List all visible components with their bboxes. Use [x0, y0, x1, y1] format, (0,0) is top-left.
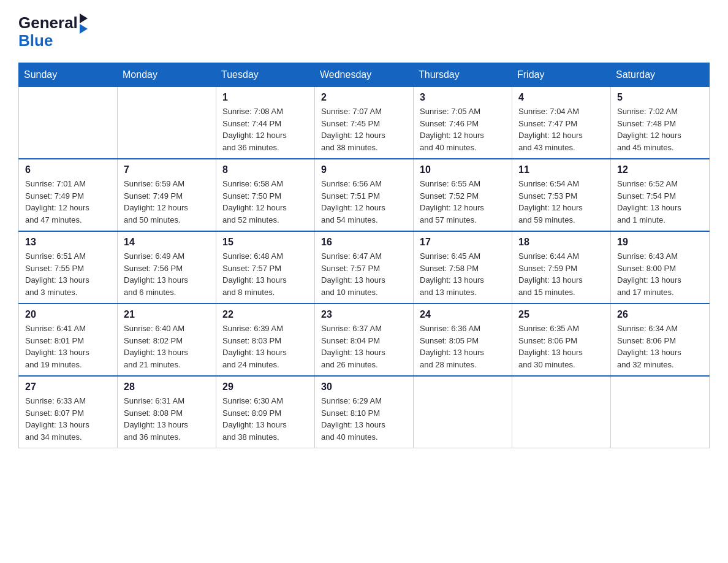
day-number: 4 [518, 92, 604, 103]
day-number: 6 [25, 164, 111, 175]
day-info: Sunrise: 7:07 AMSunset: 7:45 PMDaylight:… [321, 105, 407, 153]
calendar-day-cell: 4Sunrise: 7:04 AMSunset: 7:47 PMDaylight… [512, 87, 611, 159]
day-number: 20 [25, 309, 111, 320]
day-info: Sunrise: 6:36 AMSunset: 8:05 PMDaylight:… [420, 323, 506, 370]
calendar-table: SundayMondayTuesdayWednesdayThursdayFrid… [18, 63, 710, 448]
calendar-day-cell: 5Sunrise: 7:02 AMSunset: 7:48 PMDaylight… [611, 87, 710, 159]
day-number: 19 [617, 237, 703, 248]
calendar-day-cell: 28Sunrise: 6:31 AMSunset: 8:08 PMDayligh… [118, 376, 216, 448]
day-info: Sunrise: 7:01 AMSunset: 7:49 PMDaylight:… [25, 178, 111, 226]
day-number: 8 [222, 164, 308, 175]
calendar-day-cell: 12Sunrise: 6:52 AMSunset: 7:54 PMDayligh… [611, 159, 710, 231]
day-info: Sunrise: 6:44 AMSunset: 7:59 PMDaylight:… [518, 250, 604, 298]
day-number: 14 [124, 237, 210, 248]
day-info: Sunrise: 6:37 AMSunset: 8:04 PMDaylight:… [321, 323, 407, 370]
day-info: Sunrise: 6:49 AMSunset: 7:56 PMDaylight:… [124, 250, 210, 298]
day-number: 21 [124, 309, 210, 320]
day-info: Sunrise: 7:08 AMSunset: 7:44 PMDaylight:… [222, 105, 308, 153]
calendar-day-cell: 2Sunrise: 7:07 AMSunset: 7:45 PMDaylight… [315, 87, 414, 159]
calendar-week-row: 6Sunrise: 7:01 AMSunset: 7:49 PMDaylight… [19, 159, 710, 231]
calendar-day-header: Sunday [19, 63, 118, 87]
day-number: 11 [518, 164, 604, 175]
calendar-day-cell: 3Sunrise: 7:05 AMSunset: 7:46 PMDaylight… [414, 87, 512, 159]
calendar-day-cell: 23Sunrise: 6:37 AMSunset: 8:04 PMDayligh… [315, 304, 414, 376]
logo: General Blue [18, 12, 88, 50]
day-info: Sunrise: 7:02 AMSunset: 7:48 PMDaylight:… [617, 105, 703, 153]
day-info: Sunrise: 6:56 AMSunset: 7:51 PMDaylight:… [321, 178, 407, 226]
calendar-day-cell: 26Sunrise: 6:34 AMSunset: 8:06 PMDayligh… [611, 304, 710, 376]
day-number: 17 [420, 237, 506, 248]
day-number: 23 [321, 309, 407, 320]
day-info: Sunrise: 6:58 AMSunset: 7:50 PMDaylight:… [222, 178, 308, 226]
calendar-week-row: 27Sunrise: 6:33 AMSunset: 8:07 PMDayligh… [19, 376, 710, 448]
day-info: Sunrise: 6:52 AMSunset: 7:54 PMDaylight:… [617, 178, 703, 226]
day-info: Sunrise: 6:30 AMSunset: 8:09 PMDaylight:… [222, 395, 308, 443]
logo-icon: General Blue [18, 12, 88, 50]
calendar-day-cell: 17Sunrise: 6:45 AMSunset: 7:58 PMDayligh… [414, 231, 512, 304]
calendar-day-cell: 29Sunrise: 6:30 AMSunset: 8:09 PMDayligh… [216, 376, 315, 448]
day-info: Sunrise: 7:05 AMSunset: 7:46 PMDaylight:… [420, 105, 506, 153]
day-info: Sunrise: 6:51 AMSunset: 7:55 PMDaylight:… [25, 250, 111, 298]
day-number: 24 [420, 309, 506, 320]
day-info: Sunrise: 6:48 AMSunset: 7:57 PMDaylight:… [222, 250, 308, 298]
calendar-day-cell: 13Sunrise: 6:51 AMSunset: 7:55 PMDayligh… [19, 231, 118, 304]
day-info: Sunrise: 6:41 AMSunset: 8:01 PMDaylight:… [25, 323, 111, 370]
day-number: 18 [518, 237, 604, 248]
day-info: Sunrise: 6:39 AMSunset: 8:03 PMDaylight:… [222, 323, 308, 370]
calendar-day-cell [512, 376, 611, 448]
day-number: 29 [222, 381, 308, 393]
day-number: 10 [420, 164, 506, 175]
day-number: 28 [124, 381, 210, 393]
day-number: 1 [222, 92, 308, 103]
calendar-day-header: Wednesday [315, 63, 414, 87]
calendar-day-cell [118, 87, 216, 159]
calendar-day-header: Thursday [414, 63, 512, 87]
calendar-day-cell: 18Sunrise: 6:44 AMSunset: 7:59 PMDayligh… [512, 231, 611, 304]
day-info: Sunrise: 6:29 AMSunset: 8:10 PMDaylight:… [321, 395, 407, 443]
calendar-week-row: 1Sunrise: 7:08 AMSunset: 7:44 PMDaylight… [19, 87, 710, 159]
calendar-week-row: 20Sunrise: 6:41 AMSunset: 8:01 PMDayligh… [19, 304, 710, 376]
day-number: 3 [420, 92, 506, 103]
calendar-day-header: Friday [512, 63, 611, 87]
calendar-day-cell: 10Sunrise: 6:55 AMSunset: 7:52 PMDayligh… [414, 159, 512, 231]
day-info: Sunrise: 6:55 AMSunset: 7:52 PMDaylight:… [420, 178, 506, 226]
day-info: Sunrise: 6:33 AMSunset: 8:07 PMDaylight:… [25, 395, 111, 443]
calendar-day-header: Saturday [611, 63, 710, 87]
day-info: Sunrise: 6:35 AMSunset: 8:06 PMDaylight:… [518, 323, 604, 370]
calendar-day-cell: 7Sunrise: 6:59 AMSunset: 7:49 PMDaylight… [118, 159, 216, 231]
calendar-day-cell: 15Sunrise: 6:48 AMSunset: 7:57 PMDayligh… [216, 231, 315, 304]
day-number: 7 [124, 164, 210, 175]
day-info: Sunrise: 6:31 AMSunset: 8:08 PMDaylight:… [124, 395, 210, 443]
day-number: 2 [321, 92, 407, 103]
calendar-header-row: SundayMondayTuesdayWednesdayThursdayFrid… [19, 63, 710, 87]
day-number: 22 [222, 309, 308, 320]
day-number: 13 [25, 237, 111, 248]
logo-general-text: General [18, 13, 78, 33]
calendar-day-cell: 11Sunrise: 6:54 AMSunset: 7:53 PMDayligh… [512, 159, 611, 231]
day-info: Sunrise: 6:34 AMSunset: 8:06 PMDaylight:… [617, 323, 703, 370]
calendar-day-cell: 21Sunrise: 6:40 AMSunset: 8:02 PMDayligh… [118, 304, 216, 376]
calendar-day-cell: 6Sunrise: 7:01 AMSunset: 7:49 PMDaylight… [19, 159, 118, 231]
calendar-day-cell [414, 376, 512, 448]
calendar-day-cell: 1Sunrise: 7:08 AMSunset: 7:44 PMDaylight… [216, 87, 315, 159]
calendar-day-cell: 20Sunrise: 6:41 AMSunset: 8:01 PMDayligh… [19, 304, 118, 376]
calendar-day-cell: 27Sunrise: 6:33 AMSunset: 8:07 PMDayligh… [19, 376, 118, 448]
calendar-day-cell: 19Sunrise: 6:43 AMSunset: 8:00 PMDayligh… [611, 231, 710, 304]
day-number: 25 [518, 309, 604, 320]
calendar-day-cell [19, 87, 118, 159]
day-info: Sunrise: 7:04 AMSunset: 7:47 PMDaylight:… [518, 105, 604, 153]
day-number: 12 [617, 164, 703, 175]
calendar-day-cell: 24Sunrise: 6:36 AMSunset: 8:05 PMDayligh… [414, 304, 512, 376]
logo-blue-text: Blue [18, 31, 53, 50]
day-number: 27 [25, 381, 111, 393]
calendar-day-cell [611, 376, 710, 448]
calendar-day-header: Tuesday [216, 63, 315, 87]
calendar-day-cell: 14Sunrise: 6:49 AMSunset: 7:56 PMDayligh… [118, 231, 216, 304]
day-number: 5 [617, 92, 703, 103]
day-info: Sunrise: 6:47 AMSunset: 7:57 PMDaylight:… [321, 250, 407, 298]
calendar-day-header: Monday [118, 63, 216, 87]
day-number: 16 [321, 237, 407, 248]
calendar-day-cell: 22Sunrise: 6:39 AMSunset: 8:03 PMDayligh… [216, 304, 315, 376]
day-info: Sunrise: 6:43 AMSunset: 8:00 PMDaylight:… [617, 250, 703, 298]
day-number: 15 [222, 237, 308, 248]
